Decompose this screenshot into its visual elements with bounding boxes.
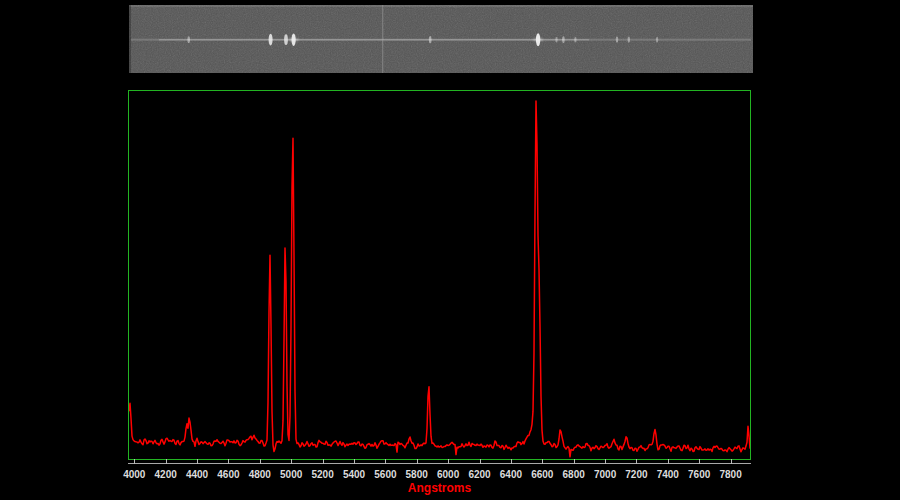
axis-tick-label: 4800	[249, 469, 271, 480]
axis-tick	[448, 459, 449, 464]
axis-tick	[354, 459, 355, 464]
axis-tick-label: 5400	[343, 469, 365, 480]
axis-tick	[699, 459, 700, 464]
axis-tick	[636, 459, 637, 464]
axis-tick	[197, 459, 198, 464]
axis-title: Angstroms	[128, 481, 751, 495]
axis-tick-label: 5200	[311, 469, 333, 480]
axis-tick-label: 4200	[155, 469, 177, 480]
axis-tick-label: 6200	[468, 469, 490, 480]
axis-tick	[417, 459, 418, 464]
axis-tick-label: 6000	[437, 469, 459, 480]
spectrum-2d-strip[interactable]	[129, 5, 753, 73]
axis-tick-label: 7800	[719, 469, 741, 480]
axis-tick	[574, 459, 575, 464]
spectrum-trace	[129, 91, 750, 459]
axis-tick	[542, 459, 543, 464]
axis-tick-label: 5000	[280, 469, 302, 480]
axis-tick-label: 7600	[688, 469, 710, 480]
spectroscopy-screen: 4000420044004600480050005200540056005800…	[0, 0, 900, 500]
spectrum-plot-frame[interactable]	[128, 90, 751, 460]
axis-tick	[731, 459, 732, 464]
spectrum-line	[129, 101, 750, 457]
axis-tick	[605, 459, 606, 464]
axis-tick-label: 6600	[531, 469, 553, 480]
axis-tick-label: 4600	[217, 469, 239, 480]
axis-tick-label: 6800	[563, 469, 585, 480]
axis-tick	[323, 459, 324, 464]
axis-tick-label: 5600	[374, 469, 396, 480]
axis-tick-label: 7000	[594, 469, 616, 480]
axis-tick	[511, 459, 512, 464]
axis-tick	[291, 459, 292, 464]
axis-line	[128, 463, 751, 464]
axis-tick	[134, 459, 135, 464]
axis-tick-label: 4400	[186, 469, 208, 480]
axis-tick	[480, 459, 481, 464]
axis-tick-label: 5800	[406, 469, 428, 480]
axis-tick	[166, 459, 167, 464]
axis-tick-label: 7200	[625, 469, 647, 480]
spectrum-2d-image	[129, 5, 753, 73]
axis-tick	[668, 459, 669, 464]
axis-tick-label: 7400	[657, 469, 679, 480]
axis-tick	[385, 459, 386, 464]
axis-tick	[228, 459, 229, 464]
axis-tick	[260, 459, 261, 464]
axis-tick-label: 6400	[500, 469, 522, 480]
axis-tick-label: 4000	[123, 469, 145, 480]
